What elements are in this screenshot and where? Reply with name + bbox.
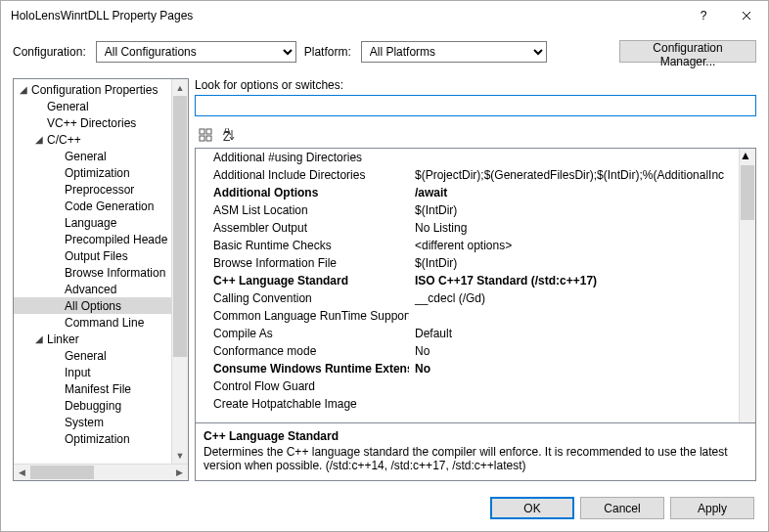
property-row[interactable]: Calling Convention__cdecl (/Gd) xyxy=(196,289,739,307)
tree-item-label: Code Generation xyxy=(63,200,154,213)
property-row[interactable]: Additional Options/await xyxy=(196,184,739,201)
scroll-down-icon[interactable]: ▼ xyxy=(172,447,188,464)
tree-item[interactable]: Advanced xyxy=(14,281,171,297)
property-value[interactable]: /await xyxy=(409,186,739,200)
tree-item[interactable]: General xyxy=(14,347,171,364)
tree-item-label: System xyxy=(63,416,104,429)
scroll-thumb[interactable] xyxy=(741,165,754,220)
property-name: Create Hotpatchable Image xyxy=(196,397,409,411)
categorized-view-button[interactable] xyxy=(195,124,216,146)
tree-item[interactable]: Code Generation xyxy=(14,198,171,214)
property-name: Assembler Output xyxy=(196,221,409,235)
property-value[interactable]: $(ProjectDir);$(GeneratedFilesDir);$(Int… xyxy=(409,168,739,182)
help-button[interactable]: ? xyxy=(682,1,725,30)
scroll-up-icon[interactable]: ▲ xyxy=(172,79,188,96)
tree-vscrollbar[interactable]: ▲ ▼ xyxy=(171,79,188,464)
apply-button[interactable]: Apply xyxy=(670,497,754,519)
property-row[interactable]: Create Hotpatchable Image xyxy=(196,395,739,413)
collapse-icon[interactable]: ◢ xyxy=(33,134,45,145)
property-row[interactable]: Common Language RunTime Support xyxy=(196,307,739,325)
property-grid[interactable]: Additional #using DirectoriesAdditional … xyxy=(196,149,739,422)
tree-item[interactable]: ◢Configuration Properties xyxy=(14,81,171,98)
alphabetical-view-button[interactable]: AZ xyxy=(218,124,240,146)
tree-item-label: Manifest File xyxy=(63,382,131,396)
tree-item-label: Optimization xyxy=(63,166,130,180)
scroll-right-icon[interactable]: ▶ xyxy=(171,467,188,477)
ok-button[interactable]: OK xyxy=(490,497,574,519)
property-name: Additional #using Directories xyxy=(196,151,409,164)
property-row[interactable]: Assembler OutputNo Listing xyxy=(196,219,739,237)
property-value[interactable]: <different options> xyxy=(409,239,739,252)
tree-item[interactable]: Manifest File xyxy=(14,380,171,397)
tree-item[interactable]: Debugging xyxy=(14,397,171,414)
svg-rect-1 xyxy=(206,129,211,134)
tree-item[interactable]: Preprocessor xyxy=(14,181,171,198)
property-value[interactable]: $(IntDir) xyxy=(409,203,739,217)
property-row[interactable]: ASM List Location$(IntDir) xyxy=(196,201,739,219)
tree-item-label: Configuration Properties xyxy=(29,83,158,97)
dialog-footer: OK Cancel Apply xyxy=(1,487,768,531)
window-title: HoloLensWinrtDLL Property Pages xyxy=(11,9,682,22)
tree-item[interactable]: General xyxy=(14,148,171,164)
property-value[interactable]: No xyxy=(409,362,739,376)
tree-item[interactable]: VC++ Directories xyxy=(14,114,171,131)
nav-tree[interactable]: ◢Configuration PropertiesGeneralVC++ Dir… xyxy=(14,79,171,449)
tree-item-label: Output Files xyxy=(63,249,128,263)
cancel-button[interactable]: Cancel xyxy=(580,497,664,519)
property-value[interactable]: Default xyxy=(409,327,739,340)
property-value[interactable]: No xyxy=(409,344,739,358)
tree-item[interactable]: Output Files xyxy=(14,247,171,264)
property-row[interactable]: Additional Include Directories$(ProjectD… xyxy=(196,166,739,184)
property-value[interactable]: ISO C++17 Standard (/std:c++17) xyxy=(409,274,739,288)
collapse-icon[interactable]: ◢ xyxy=(33,333,45,344)
property-row[interactable]: Browse Information File$(IntDir) xyxy=(196,254,739,272)
tree-item-label: Language xyxy=(63,216,116,230)
scroll-left-icon[interactable]: ◀ xyxy=(14,467,30,477)
collapse-icon[interactable]: ◢ xyxy=(18,84,29,95)
property-value[interactable]: No Listing xyxy=(409,221,739,235)
tree-item[interactable]: Browse Information xyxy=(14,264,171,281)
tree-item[interactable]: Precompiled Heade xyxy=(14,231,171,247)
property-row[interactable]: Control Flow Guard xyxy=(196,377,739,395)
property-name: Common Language RunTime Support xyxy=(196,309,409,323)
platform-select[interactable]: All Platforms xyxy=(361,41,547,63)
property-row[interactable]: Additional #using Directories xyxy=(196,149,739,166)
tree-item-label: Debugging xyxy=(63,399,121,413)
tree-item[interactable]: System xyxy=(14,414,171,430)
tree-item[interactable]: Optimization xyxy=(14,164,171,181)
property-row[interactable]: Compile AsDefault xyxy=(196,325,739,342)
property-value[interactable]: $(IntDir) xyxy=(409,256,739,270)
hscroll-thumb[interactable] xyxy=(30,466,94,479)
scroll-thumb[interactable] xyxy=(173,96,187,357)
grid-vscrollbar[interactable]: ▲ ▼ xyxy=(739,149,755,422)
description-body: Determines the C++ language standard the… xyxy=(204,445,747,472)
tree-item[interactable]: Input xyxy=(14,364,171,380)
tree-item[interactable]: Optimization xyxy=(14,430,171,447)
close-icon xyxy=(742,11,751,21)
property-row[interactable]: Basic Runtime Checks<different options> xyxy=(196,237,739,254)
tree-item-label: General xyxy=(63,349,107,363)
scroll-up-icon[interactable]: ▲ xyxy=(740,149,755,162)
property-row[interactable]: Consume Windows Runtime ExtensionNo xyxy=(196,360,739,377)
close-button[interactable] xyxy=(725,1,768,30)
tree-hscrollbar[interactable]: ◀ ▶ xyxy=(14,464,188,480)
tree-item[interactable]: Language xyxy=(14,214,171,231)
configuration-select[interactable]: All Configurations xyxy=(96,41,296,63)
property-value[interactable]: __cdecl (/Gd) xyxy=(409,291,739,305)
categorized-icon xyxy=(199,128,212,142)
tree-item[interactable]: ◢C/C++ xyxy=(14,131,171,148)
tree-item[interactable]: All Options xyxy=(14,297,171,314)
titlebar: HoloLensWinrtDLL Property Pages ? xyxy=(1,1,768,30)
search-input[interactable] xyxy=(195,95,756,116)
property-name: Calling Convention xyxy=(196,291,409,305)
property-row[interactable]: Conformance modeNo xyxy=(196,342,739,360)
tree-item[interactable]: General xyxy=(14,98,171,114)
property-row[interactable]: C++ Language StandardISO C++17 Standard … xyxy=(196,272,739,289)
tree-item-label: Optimization xyxy=(63,432,130,446)
configuration-manager-button[interactable]: Configuration Manager... xyxy=(619,40,756,63)
tree-item[interactable]: ◢Linker xyxy=(14,331,171,347)
search-label: Look for options or switches: xyxy=(195,78,756,92)
tree-item-label: Input xyxy=(63,366,91,379)
tree-item[interactable]: Command Line xyxy=(14,314,171,331)
grid-toolbar: AZ xyxy=(195,122,756,148)
